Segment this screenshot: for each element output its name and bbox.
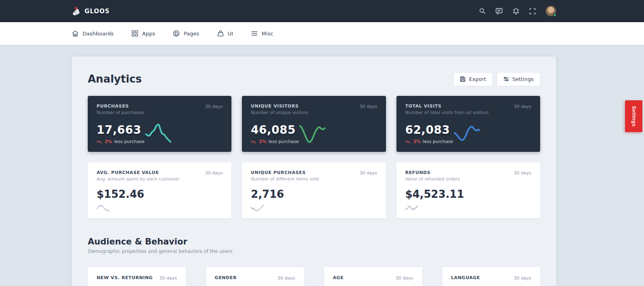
main-content: Analytics Export Settings [0,45,644,286]
online-status-dot [553,13,557,17]
trend-down-icon [251,140,257,144]
home-icon [72,30,79,37]
card-language[interactable]: LANGUAGE 30 days [442,267,541,286]
kpi-card-avg-purchase-value[interactable]: AVG. PURCHASE VALUE Avg. amount spent by… [88,162,231,218]
kpi-value: $152.46 [97,188,144,200]
kpi-row-light: AVG. PURCHASE VALUE Avg. amount spent by… [88,162,540,218]
kpi-title: UNIQUE VISITORS [251,104,377,109]
card-age[interactable]: AGE 30 days [324,267,422,286]
fullscreen-button[interactable] [529,8,536,15]
trend-down-icon [97,140,103,144]
kpi-period: 30 days [514,104,531,109]
kpi-value: 17,663 [97,123,141,137]
brand-name: GLOOS [85,8,110,15]
fullscreen-icon [529,8,536,15]
card-period: 30 days [159,276,177,281]
card-period: 30 days [514,276,531,281]
pages-icon [173,30,180,37]
kpi-card-refunds[interactable]: REFUNDS Value of refunded orders 30 days… [396,162,540,218]
kpi-delta-text: less purchase [114,139,144,144]
messages-button[interactable] [495,8,503,15]
kpi-subtitle: Number of purchases [97,110,223,115]
sliders-icon [503,76,509,82]
trend-down-icon [405,140,411,144]
section-subtitle: Demographic properties and general behav… [88,249,540,254]
kpi-subtitle: Number of different items sold [251,176,377,182]
kpi-period: 30 days [205,170,223,176]
nav-item-label: Dashboards [83,31,114,37]
kpi-title: UNIQUE PURCHASES [251,170,377,175]
kpi-subtitle: Value of refunded orders [405,176,531,182]
kpi-delta-pct: 2% [105,139,112,144]
kpi-value: 62,083 [405,123,450,137]
user-avatar[interactable] [545,6,556,17]
settings-button[interactable]: Settings [497,72,540,86]
card-gender[interactable]: GENDER 30 days [206,267,304,286]
audience-section-header: Audience & Behavior Demographic properti… [88,237,540,254]
kpi-card-unique-visitors[interactable]: UNIQUE VISITORS Number of unique visitor… [242,96,386,152]
unique-purchases-sparkline-chart [251,201,264,214]
nav-item-label: UI [228,31,233,37]
kpi-title: TOTAL VISITS [405,104,531,109]
kpi-value: $4,523.11 [405,188,464,200]
settings-drawer-tab-label: Settings [631,106,637,126]
kpi-card-total-visits[interactable]: TOTAL VISITS Number of total visits from… [396,96,540,152]
menu-lines-icon [251,31,258,36]
export-button-label: Export [469,76,486,82]
save-icon [460,76,466,82]
avg-purchase-sparkline-chart [97,201,109,214]
nav-item-label: Apps [142,31,155,37]
export-button[interactable]: Export [453,72,493,86]
apps-grid-icon [131,30,138,37]
kpi-delta-pct: 2% [259,139,266,144]
top-navbar: GLOOS [0,0,644,22]
chat-icon [495,8,503,15]
nav-item-dashboards[interactable]: Dashboards [72,30,114,37]
purchases-sparkline-chart [145,119,171,145]
search-icon [479,8,486,15]
kpi-value: 2,716 [251,188,284,200]
logo-mark-icon [72,6,82,17]
kpi-value: 46,085 [251,123,295,137]
brand-logo[interactable]: GLOOS [72,6,110,17]
nav-item-misc[interactable]: Misc [251,31,273,37]
kpi-title: PURCHASES [97,104,223,109]
kpi-card-unique-purchases[interactable]: UNIQUE PURCHASES Number of different ite… [242,162,386,218]
settings-drawer-tab[interactable]: Settings [625,100,642,132]
nav-item-pages[interactable]: Pages [173,30,199,37]
search-button[interactable] [479,8,486,15]
nav-item-label: Misc [262,31,273,37]
kpi-period: 30 days [514,170,531,176]
card-period: 30 days [396,276,413,281]
nav-item-apps[interactable]: Apps [131,30,155,37]
refunds-sparkline-chart [405,201,418,214]
page-title: Analytics [88,71,142,87]
kpi-subtitle: Avg. amount spent by each customer [97,176,223,182]
kpi-delta-text: less purchase [268,139,299,144]
topbar-actions [479,6,556,17]
kpi-delta: 2% less purchase [97,139,144,144]
kpi-card-purchases[interactable]: PURCHASES Number of purchases 30 days 17… [88,96,231,152]
notifications-button[interactable] [512,8,520,15]
analytics-panel: Analytics Export Settings [72,56,556,286]
kpi-delta-text: less purchase [423,139,453,144]
bell-icon [512,8,520,15]
section-title: Audience & Behavior [88,237,540,247]
total-visits-sparkline-chart [454,119,480,145]
kpi-subtitle: Number of total visits from all visitors [405,110,531,115]
kpi-delta-pct: 2% [413,139,421,144]
kpi-title: AVG. PURCHASE VALUE [97,170,223,175]
kpi-subtitle: Number of unique visitors [251,110,377,115]
kpi-row-dark: PURCHASES Number of purchases 30 days 17… [88,96,540,152]
nav-item-ui[interactable]: UI [217,30,233,37]
nav-item-label: Pages [184,31,199,37]
kpi-period: 30 days [205,104,223,109]
kpi-delta: 2% less purchase [405,139,453,144]
main-menu: Dashboards Apps Pages UI [0,22,644,45]
audience-cards-row: NEW VS. RETURNING 30 days GENDER 30 days… [88,267,540,286]
kpi-delta: 2% less purchase [251,139,299,144]
bag-icon [217,30,224,37]
card-period: 30 days [278,276,295,281]
card-new-vs-returning[interactable]: NEW VS. RETURNING 30 days [88,267,186,286]
kpi-title: REFUNDS [405,170,531,175]
